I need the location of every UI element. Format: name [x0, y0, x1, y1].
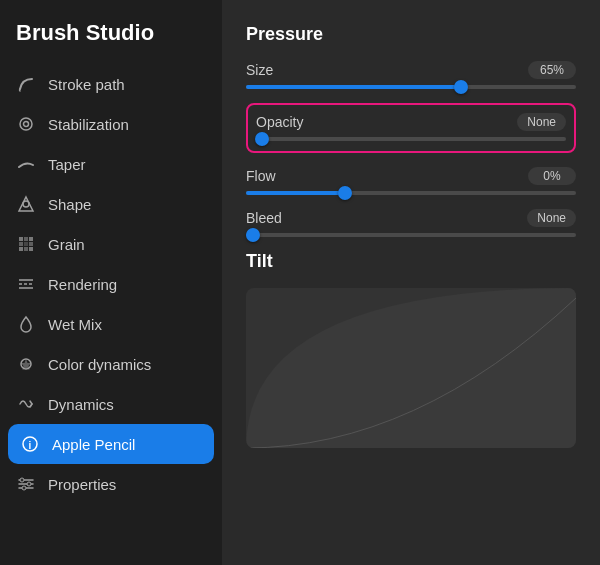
sidebar-label-properties: Properties: [48, 476, 116, 493]
sidebar-item-stroke-path[interactable]: Stroke path: [0, 64, 222, 104]
svg-rect-7: [24, 242, 28, 246]
sidebar-item-dynamics[interactable]: Dynamics: [0, 384, 222, 424]
sidebar-label-stabilization: Stabilization: [48, 116, 129, 133]
stabilization-icon: [16, 114, 36, 134]
tilt-section: Tilt 0°: [246, 251, 576, 448]
flow-slider-row: Flow 0%: [246, 167, 576, 195]
svg-point-22: [27, 482, 31, 486]
sidebar-label-dynamics: Dynamics: [48, 396, 114, 413]
size-label: Size: [246, 62, 273, 78]
svg-rect-5: [29, 237, 33, 241]
svg-rect-11: [29, 247, 33, 251]
opacity-thumb[interactable]: [255, 132, 269, 146]
size-thumb[interactable]: [454, 80, 468, 94]
size-fill: [246, 85, 461, 89]
bleed-slider-row: Bleed None: [246, 209, 576, 237]
sidebar-item-wet-mix[interactable]: Wet Mix: [0, 304, 222, 344]
svg-point-21: [20, 478, 24, 482]
opacity-label: Opacity: [256, 114, 303, 130]
bleed-track[interactable]: [246, 233, 576, 237]
size-value: 65%: [528, 61, 576, 79]
pressure-section-title: Pressure: [246, 24, 576, 45]
svg-point-0: [20, 118, 32, 130]
flow-value: 0%: [528, 167, 576, 185]
sidebar-item-properties[interactable]: Properties: [0, 464, 222, 504]
sidebar-item-rendering[interactable]: Rendering: [0, 264, 222, 304]
sidebar-item-shape[interactable]: Shape: [0, 184, 222, 224]
sidebar-label-wet-mix: Wet Mix: [48, 316, 102, 333]
sidebar-label-shape: Shape: [48, 196, 91, 213]
apple-pencil-icon: i: [20, 434, 40, 454]
rendering-icon: [16, 274, 36, 294]
svg-point-23: [22, 486, 26, 490]
color-dynamics-icon: [16, 354, 36, 374]
opacity-track[interactable]: [256, 137, 566, 141]
flow-fill: [246, 191, 345, 195]
sidebar-label-taper: Taper: [48, 156, 86, 173]
flow-label: Flow: [246, 168, 276, 184]
grain-icon: [16, 234, 36, 254]
main-panel: Pressure Size 65% Opacity None Flow 0%: [222, 0, 600, 565]
svg-rect-6: [19, 242, 23, 246]
taper-icon: [16, 154, 36, 174]
opacity-value: None: [517, 113, 566, 131]
sidebar-label-grain: Grain: [48, 236, 85, 253]
size-slider-row: Size 65%: [246, 61, 576, 89]
flow-thumb[interactable]: [338, 186, 352, 200]
sidebar: Brush Studio Stroke path Stabilization T…: [0, 0, 222, 565]
sidebar-item-apple-pencil[interactable]: i Apple Pencil: [8, 424, 214, 464]
bleed-value: None: [527, 209, 576, 227]
sidebar-label-apple-pencil: Apple Pencil: [52, 436, 135, 453]
opacity-highlight-box: Opacity None: [246, 103, 576, 153]
svg-rect-8: [29, 242, 33, 246]
sidebar-item-taper[interactable]: Taper: [0, 144, 222, 184]
svg-text:i: i: [29, 440, 32, 451]
shape-icon: [16, 194, 36, 214]
sidebar-label-stroke-path: Stroke path: [48, 76, 125, 93]
bleed-thumb[interactable]: [246, 228, 260, 242]
tilt-section-title: Tilt: [246, 251, 576, 272]
stroke-path-icon: [16, 74, 36, 94]
svg-point-1: [24, 122, 29, 127]
app-title: Brush Studio: [0, 20, 222, 64]
svg-rect-9: [19, 247, 23, 251]
properties-icon: [16, 474, 36, 494]
sidebar-label-color-dynamics: Color dynamics: [48, 356, 151, 373]
sidebar-item-color-dynamics[interactable]: Color dynamics: [0, 344, 222, 384]
sidebar-item-grain[interactable]: Grain: [0, 224, 222, 264]
sidebar-label-rendering: Rendering: [48, 276, 117, 293]
sidebar-item-stabilization[interactable]: Stabilization: [0, 104, 222, 144]
svg-point-2: [23, 201, 29, 207]
svg-rect-4: [24, 237, 28, 241]
bleed-label: Bleed: [246, 210, 282, 226]
opacity-slider-row: Opacity None: [256, 113, 566, 141]
svg-rect-10: [24, 247, 28, 251]
tilt-chart[interactable]: 0°: [246, 288, 576, 448]
size-track[interactable]: [246, 85, 576, 89]
flow-track[interactable]: [246, 191, 576, 195]
svg-rect-3: [19, 237, 23, 241]
wet-mix-icon: [16, 314, 36, 334]
dynamics-icon: [16, 394, 36, 414]
